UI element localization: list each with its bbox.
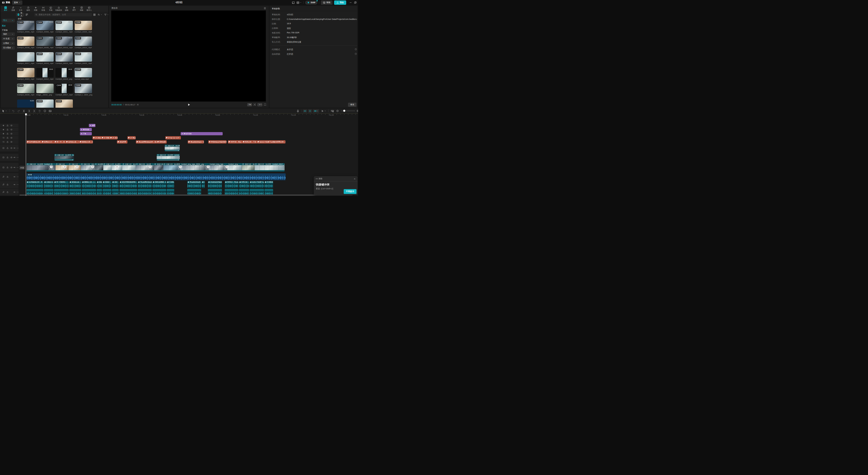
- tab-调节[interactable]: 调节: [70, 6, 78, 11]
- tts-audio-clip[interactable]: 雪山此生仅仙玉一徒，..: [187, 181, 201, 188]
- tts-audio-clip[interactable]: 道德表: [102, 181, 112, 188]
- audio-clip-partial[interactable]: [167, 189, 174, 195]
- effect-clip[interactable]: 广角: [80, 132, 92, 135]
- qr-scan-icon[interactable]: [26, 13, 28, 16]
- chevron-down-icon[interactable]: [5, 110, 7, 112]
- video-clip[interactable]: ComfyUI_temp_hqtar_00004_.png: [180, 163, 209, 172]
- tts-audio-clip[interactable]: 雪山仙尊初见仙玉时，..: [138, 181, 152, 188]
- text-clip[interactable]: 阴阳生三清，三: [79, 140, 93, 143]
- text-clip[interactable]: 仙玉公子此番下山就是令师尊之命，救: [257, 140, 285, 143]
- tab-转场[interactable]: 转场: [40, 6, 47, 11]
- tts-audio-clip[interactable]: 闭关之前，下发了: [239, 181, 249, 188]
- tab-模板[interactable]: 模板: [78, 6, 85, 11]
- audio-clip-partial[interactable]: [102, 189, 112, 195]
- text-clip[interactable]: 灵宝天尊: [117, 140, 127, 143]
- horizontal-scrollbar[interactable]: [20, 195, 352, 196]
- sidebar-item-我的[interactable]: 我的: [2, 32, 15, 36]
- cursor-mode-button[interactable]: [321, 109, 326, 112]
- media-item[interactable]: 已添加00:02ComfyUI_00014_.mp4: [75, 36, 93, 52]
- text-clip[interactable]: 四周云雾: [157, 140, 167, 143]
- text-clip[interactable]: 并在收仙玉为徒后便不: [208, 140, 226, 143]
- audio-clip-partial[interactable]: [187, 189, 201, 195]
- text-clip[interactable]: 雪山仙: [127, 136, 136, 139]
- audio-clip-partial[interactable]: [69, 189, 81, 195]
- media-item[interactable]: 已添加ComfyUI_t...0004_.png: [75, 84, 93, 99]
- audio-clip-partial[interactable]: [250, 189, 264, 195]
- tab-文本[interactable]: TI文本: [17, 6, 24, 11]
- slider-handle[interactable]: [343, 110, 345, 112]
- text-clip[interactable]: 雪山仙尊初见仙玉时，他浑身: [136, 140, 157, 143]
- audio-clip-partial[interactable]: [265, 189, 273, 195]
- dont-remind-button[interactable]: 不再提示: [344, 189, 356, 194]
- restore-window-icon[interactable]: [354, 1, 357, 4]
- fullscreen-icon[interactable]: [264, 103, 266, 106]
- tts-audio-clip[interactable]: 四周云雾缭绕，好似仙..: [152, 181, 166, 188]
- audio-clip-partial[interactable]: [54, 189, 69, 195]
- text-clip[interactable]: 闭关之前，下发: [242, 140, 257, 143]
- voiceover-mic-icon[interactable]: [297, 109, 299, 112]
- tts-audio-clip[interactable]: 阴阳生三清，三..: [82, 181, 96, 188]
- timeline-ruler-icon[interactable]: [331, 109, 334, 112]
- video-clip[interactable]: 变速 0.3X补分辨率normal_v: [157, 154, 180, 161]
- effect-clip[interactable]: 烟雾: [89, 124, 95, 127]
- zoom-in-icon[interactable]: [356, 109, 358, 112]
- transition-marker[interactable]: [226, 166, 228, 168]
- tab-贴纸[interactable]: 贴纸: [25, 6, 32, 11]
- sort-button[interactable]: [97, 13, 102, 16]
- redo-icon[interactable]: [17, 109, 20, 112]
- media-item[interactable]: 已添加00:02ComfyUI_00018_.mp4: [36, 52, 55, 68]
- audio-clip-partial[interactable]: [152, 189, 166, 195]
- media-item[interactable]: 已添加: [36, 99, 55, 108]
- media-item[interactable]: 已添加00:02ComfyUI_00016_.mp4: [56, 36, 74, 52]
- transition-marker[interactable]: [179, 166, 182, 168]
- tab-智能包装[interactable]: 智能包装: [55, 6, 63, 11]
- text-clip[interactable]: 道德: [101, 136, 110, 139]
- close-icon[interactable]: [353, 178, 356, 180]
- media-item[interactable]: 00:02ComfyUI_00019_.png: [56, 68, 74, 84]
- tts-audio-clip[interactable]: 后来的人们: [44, 181, 54, 188]
- video-clip[interactable]: 变速 0.6X补分: [242, 163, 255, 172]
- text-clip[interactable]: 有一天，世: [54, 140, 66, 143]
- sidebar-item-云素材[interactable]: 云素材: [2, 41, 15, 45]
- tts-audio-clip[interactable]: 原始: [97, 181, 102, 188]
- focus-frame-icon[interactable]: [253, 103, 256, 106]
- layout-panel-icon[interactable]: [292, 1, 295, 4]
- linkage-toggle[interactable]: [313, 109, 319, 113]
- split-keep-left-icon[interactable]: [28, 109, 31, 112]
- video-clip[interactable]: 变速 0.3X: [154, 163, 163, 172]
- mask-shield-icon[interactable]: [43, 109, 46, 112]
- tts-audio-clip[interactable]: 文本朗读: [265, 181, 273, 188]
- sidebar-item-素材[interactable]: 素材: [2, 25, 15, 27]
- audio-clip-partial[interactable]: [225, 189, 239, 195]
- tts-audio-clip[interactable]: 仙玉公子此番下山就是..: [250, 181, 264, 188]
- search-input[interactable]: [38, 13, 91, 16]
- audio-clip-partial[interactable]: [112, 189, 119, 195]
- media-item[interactable]: 00:02ComfyUI_00017_.mp4: [17, 52, 35, 68]
- media-item[interactable]: image__00032_.png: [36, 84, 55, 99]
- tab-字幕[interactable]: 字幕: [47, 6, 54, 11]
- video-clip[interactable]: ComfyUI_temp: [227, 163, 242, 172]
- audio-music-clip[interactable]: 满满满: [27, 173, 286, 180]
- media-item[interactable]: 已添加00:02ComfyUI_00011_.mp4: [56, 21, 74, 36]
- delete-icon[interactable]: [38, 109, 41, 112]
- audio-clip-partial[interactable]: [97, 189, 102, 195]
- text-clip[interactable]: 雪山此生仅仙玉一徒: [188, 140, 204, 143]
- split-keep-right-icon[interactable]: [33, 109, 36, 112]
- transition-marker[interactable]: [116, 166, 118, 168]
- media-item[interactable]: 已添加00:02ComfyUI_00006_.mp4: [17, 21, 35, 36]
- audio-clip-partial[interactable]: [82, 189, 96, 195]
- text-clip[interactable]: 原始: [92, 136, 102, 139]
- export-button[interactable]: 导出: [334, 0, 346, 5]
- video-clip[interactable]: 变速 0.3X: [103, 163, 112, 172]
- svip-badge[interactable]: SVIP: [305, 1, 317, 5]
- effect-clip[interactable]: 聚光灯金粉: [181, 132, 223, 135]
- media-item[interactable]: 已添加00:03normal_video.mp4: [75, 68, 93, 84]
- media-item[interactable]: 01:00: [17, 99, 35, 108]
- select-cursor-icon[interactable]: [2, 109, 5, 112]
- media-item[interactable]: 已添加00:02ComfyUI_00035_.mp4: [36, 36, 55, 52]
- player-menu-icon[interactable]: [264, 7, 266, 9]
- audio-clip-partial[interactable]: [27, 189, 43, 195]
- tts-audio-clip[interactable]: 在天地初生之时，月: [27, 181, 43, 188]
- workspace-layout-button[interactable]: [297, 1, 302, 4]
- tts-audio-clip[interactable]: 文: [202, 181, 205, 188]
